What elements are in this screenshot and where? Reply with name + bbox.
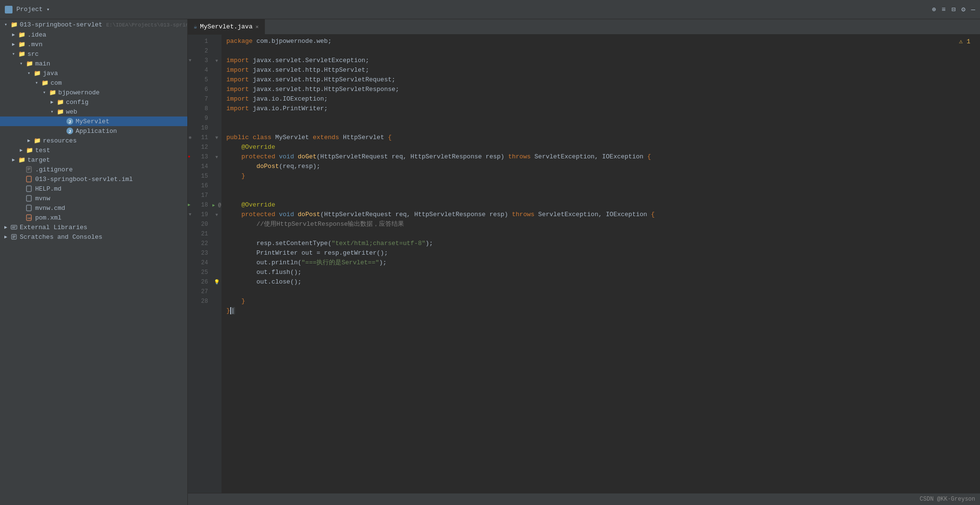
gitignore-icon — [25, 166, 34, 173]
iml-icon — [25, 175, 34, 183]
code-line-17 — [226, 191, 980, 200]
settings-icon[interactable]: ⚙ — [961, 5, 965, 13]
sidebar-item-test[interactable]: ▶ 📁 test — [0, 145, 187, 155]
g-27 — [212, 287, 222, 297]
minimize-icon[interactable]: — — [971, 6, 975, 13]
sidebar-item-mvnw[interactable]: ▶ mvnw — [0, 194, 187, 203]
java-label: java — [41, 70, 58, 77]
code-line-28: } — [226, 297, 980, 306]
sidebar-item-application[interactable]: ▶ J Application — [0, 126, 187, 136]
code-line-6: import javax.servlet.http.HttpServletRes… — [226, 85, 980, 94]
ln-19: ▼ 19 — [188, 210, 212, 220]
root-arrow: ▾ — [2, 22, 10, 27]
line-numbers: 1 2 ▼ 3 4 5 6 7 8 9 10 ◉ 11 — [188, 35, 212, 493]
tab-myservlet[interactable]: ☕ MyServlet.java ✕ — [188, 19, 265, 34]
sidebar-item-web[interactable]: ▾ 📁 web — [0, 107, 187, 117]
ln-13: ● 13 — [188, 152, 212, 162]
code-line-12: @Override — [226, 142, 980, 152]
src-folder-icon: 📁 — [17, 50, 26, 58]
sidebar-item-java[interactable]: ▾ 📁 java — [0, 68, 187, 78]
code-line-20: //使用HttpServletResponse输出数据，应答结果 — [226, 220, 980, 229]
root-label: 013-springboot-servlet E:\IDEA\Projects\… — [18, 21, 188, 28]
web-folder-icon: 📁 — [56, 108, 65, 116]
code-editor[interactable]: 1 2 ▼ 3 4 5 6 7 8 9 10 ◉ 11 — [188, 35, 980, 493]
tab-close-button[interactable]: ✕ — [255, 24, 259, 30]
svg-rect-11 — [26, 186, 31, 192]
code-content[interactable]: package com.bjpowernode.web; import java… — [222, 35, 980, 493]
main-arrow: ▾ — [17, 61, 25, 66]
sidebar-item-scratches[interactable]: ▶ Scratches and Consoles — [0, 232, 187, 242]
g-20 — [212, 220, 222, 229]
code-line-24: out.println("===执行的是Servlet=="); — [226, 258, 980, 268]
sidebar-item-com[interactable]: ▾ 📁 com — [0, 78, 187, 88]
code-line-22: resp.setContentType("text/html;charset=u… — [226, 239, 980, 248]
sidebar-item-pomxml[interactable]: ▶ xml pom.xml — [0, 213, 187, 222]
iml-label: 013-springboot-servlet.iml — [34, 176, 133, 183]
scratches-label: Scratches and Consoles — [18, 233, 103, 241]
sidebar-item-myservlet[interactable]: ▶ J MyServlet — [0, 117, 187, 126]
sidebar-item-mvnwcmd[interactable]: ▶ mvnw.cmd — [0, 203, 187, 213]
bjpowernode-label: bjpowernode — [57, 89, 100, 96]
code-line-11: public class MyServlet extends HttpServl… — [226, 133, 980, 142]
code-line-5: import javax.servlet.http.HttpServletReq… — [226, 75, 980, 85]
code-line-23: PrintWriter out = resp.getWriter(); — [226, 248, 980, 258]
g-24 — [212, 258, 222, 268]
ln-12: 12 — [188, 142, 212, 152]
tab-label: MyServlet.java — [200, 23, 252, 30]
ln-3: ▼ 3 — [188, 56, 212, 65]
sidebar-item-idea[interactable]: ▶ 📁 .idea — [0, 30, 187, 39]
code-line-7: import java.io.IOException; — [226, 94, 980, 104]
config-arrow: ▶ — [48, 99, 56, 105]
sidebar-item-extlibs[interactable]: ▶ External Libraries — [0, 222, 187, 232]
mvnwcmd-label: mvnw.cmd — [34, 205, 65, 212]
code-line-14: doPost(req,resp); — [226, 162, 980, 171]
tab-bar: ☕ MyServlet.java ✕ — [188, 19, 980, 35]
title-bar-left: P Project ▾ — [5, 6, 932, 13]
pomxml-label: pom.xml — [34, 214, 62, 221]
ln-25: 25 — [188, 268, 212, 277]
code-line-8: import java.io.PrintWriter; — [226, 104, 980, 114]
mvn-folder-icon: 📁 — [17, 40, 26, 48]
g-7 — [212, 94, 222, 104]
ln-17: 17 — [188, 191, 212, 200]
sidebar-item-iml[interactable]: ▶ 013-springboot-servlet.iml — [0, 174, 187, 184]
gutter: ▼ ▼ ▼ ▶ @ ▼ — [212, 35, 222, 493]
navigate-icon[interactable]: ⊕ — [932, 5, 936, 13]
sidebar-item-help[interactable]: ▶ HELP.md — [0, 184, 187, 194]
g-15 — [212, 171, 222, 181]
sidebar-item-main[interactable]: ▾ 📁 main — [0, 59, 187, 68]
src-label: src — [26, 51, 39, 58]
java-arrow: ▾ — [25, 70, 33, 76]
diff-icon[interactable]: ⊟ — [952, 5, 955, 13]
g-19: ▼ — [212, 210, 222, 220]
target-arrow: ▶ — [10, 157, 17, 163]
sidebar-item-src[interactable]: ▾ 📁 src — [0, 49, 187, 59]
test-folder-icon: 📁 — [25, 146, 34, 154]
sidebar-item-resources[interactable]: ▶ 📁 resources — [0, 136, 187, 145]
scratches-icon — [10, 233, 18, 241]
resources-arrow: ▶ — [25, 138, 33, 143]
bjpowernode-arrow: ▾ — [40, 90, 48, 95]
idea-arrow: ▶ — [10, 32, 17, 38]
config-label: config — [65, 99, 89, 106]
src-arrow: ▾ — [10, 51, 17, 57]
fold-class-icon[interactable]: ▼ — [215, 135, 218, 141]
sidebar-item-mvn[interactable]: ▶ 📁 .mvn — [0, 39, 187, 49]
code-line-4: import javax.servlet.http.HttpServlet; — [226, 65, 980, 75]
project-dropdown[interactable]: ▾ — [47, 6, 50, 13]
ln-9: 9 — [188, 114, 212, 123]
sidebar-item-gitignore[interactable]: ▶ .gitignore — [0, 165, 187, 174]
structure-icon[interactable]: ≡ — [941, 6, 945, 13]
ln-22: 22 — [188, 239, 212, 248]
svg-rect-12 — [26, 195, 31, 201]
ln-21: 21 — [188, 229, 212, 239]
application-label: Application — [74, 128, 117, 135]
sidebar-item-bjpowernode[interactable]: ▾ 📁 bjpowernode — [0, 88, 187, 97]
myservlet-icon: J — [65, 117, 74, 125]
ln-1: 1 — [188, 37, 212, 46]
sidebar-item-config[interactable]: ▶ 📁 config — [0, 97, 187, 107]
sidebar-root[interactable]: ▾ 📁 013-springboot-servlet E:\IDEA\Proje… — [0, 19, 187, 30]
sidebar-item-target[interactable]: ▶ 📁 target — [0, 155, 187, 165]
g-5 — [212, 75, 222, 85]
bjpowernode-folder-icon: 📁 — [48, 89, 57, 96]
